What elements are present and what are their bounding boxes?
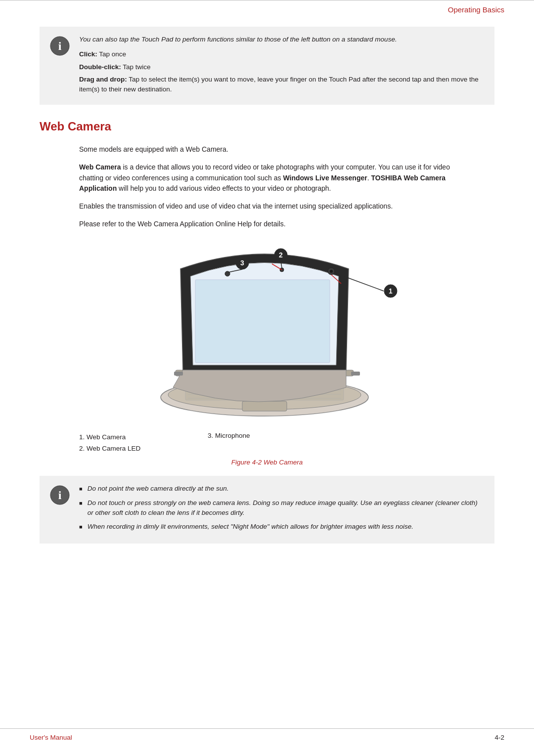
- label-webcamera-led: 2. Web Camera LED: [79, 443, 208, 455]
- footer-left: User's Manual: [30, 734, 72, 741]
- warning-2: Do not touch or press strongly on the we…: [79, 498, 485, 518]
- drag-text: Drag and drop: Tap to select the item(s)…: [79, 75, 485, 95]
- double-click-label: Double-click:: [79, 63, 121, 71]
- section-heading: Web Camera: [40, 120, 494, 133]
- main-content: i You can also tap the Touch Pad to perf…: [0, 17, 534, 573]
- svg-rect-48: [174, 372, 183, 376]
- label-column-1: 1. Web Camera 2. Web Camera LED: [79, 432, 208, 455]
- para1: Some models are equipped with a Web Came…: [79, 144, 475, 155]
- windows-live-bold: Windows Live Messenger: [283, 174, 367, 182]
- warning-list: Do not point the web camera directly at …: [79, 484, 485, 536]
- label-column-2: 3. Microphone: [208, 432, 250, 455]
- info-box-touchpad: i You can also tap the Touch Pad to perf…: [40, 27, 494, 105]
- svg-text:i: i: [58, 489, 62, 502]
- svg-text:3: 3: [240, 259, 244, 267]
- laptop-diagram: 1 2 3 TOSHIBA: [129, 244, 405, 427]
- info-icon-2: i: [49, 485, 70, 505]
- para4: Please refer to the Web Camera Applicati…: [79, 219, 475, 230]
- svg-rect-31: [195, 280, 330, 363]
- drag-value: Tap to select the item(s) you want to mo…: [79, 76, 479, 93]
- svg-text:i: i: [58, 40, 62, 52]
- svg-text:1: 1: [389, 287, 393, 295]
- toshiba-app-bold: TOSHIBA Web Camera Application: [79, 174, 445, 193]
- svg-rect-29: [242, 401, 287, 411]
- info-intro: You can also tap the Touch Pad to perfor…: [79, 35, 485, 44]
- para3: Enables the transmission of video and us…: [79, 201, 475, 212]
- webcam-bold-start: Web Camera: [79, 163, 121, 171]
- click-label: Click:: [79, 50, 97, 58]
- page-container: Operating Basics i You can also tap the …: [0, 0, 534, 756]
- click-value: Tap once: [99, 50, 126, 58]
- header-title: Operating Basics: [448, 5, 504, 14]
- page-header: Operating Basics: [0, 0, 534, 17]
- footer-right: 4-2: [494, 734, 504, 741]
- para2: Web Camera is a device that allows you t…: [79, 162, 475, 194]
- info-text-touchpad: You can also tap the Touch Pad to perfor…: [79, 35, 485, 97]
- svg-point-33: [330, 270, 333, 273]
- label-webcamera: 1. Web Camera: [79, 432, 208, 443]
- warning-3: When recording in dimly lit environments…: [79, 522, 485, 532]
- double-click-value: Tap twice: [123, 63, 150, 71]
- label-microphone: 3. Microphone: [208, 432, 250, 439]
- figure-caption: Figure 4-2 Web Camera: [40, 459, 494, 466]
- warning-1: Do not point the web camera directly at …: [79, 484, 485, 494]
- info-box-warnings: i Do not point the web camera directly a…: [40, 476, 494, 544]
- page-footer: User's Manual 4-2: [0, 728, 534, 746]
- svg-text:2: 2: [279, 251, 283, 259]
- drag-label: Drag and drop:: [79, 76, 127, 83]
- diagram-container: 1 2 3 TOSHIBA: [40, 244, 494, 427]
- body-paragraphs: Some models are equipped with a Web Came…: [79, 144, 475, 229]
- double-click-text: Double-click: Tap twice: [79, 62, 485, 72]
- info-icon: i: [49, 36, 70, 56]
- click-text: Click: Tap once: [79, 49, 485, 59]
- diagram-labels: 1. Web Camera 2. Web Camera LED 3. Micro…: [79, 432, 494, 455]
- svg-rect-49: [351, 372, 360, 376]
